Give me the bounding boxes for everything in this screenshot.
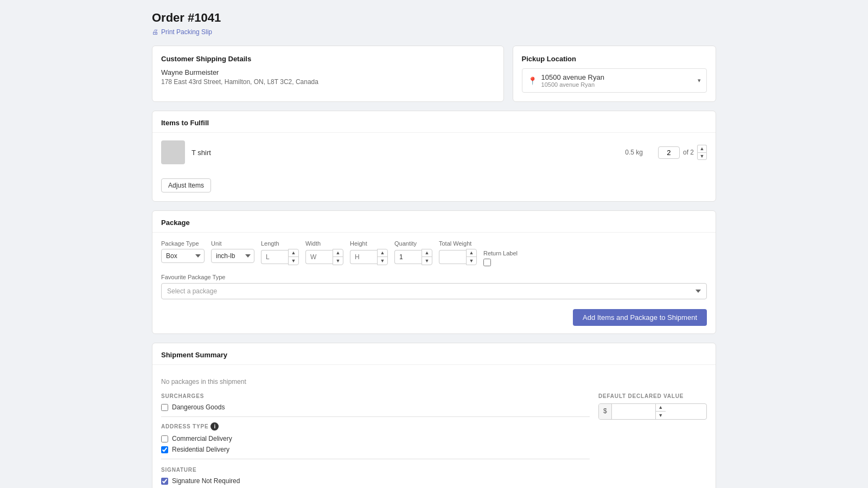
declared-increment-button[interactable]: ▲: [656, 404, 666, 412]
customer-section-title: Customer Shipping Details: [161, 55, 495, 63]
declared-value-field: $ ▲ ▼: [598, 403, 707, 420]
declared-decrement-button[interactable]: ▼: [656, 412, 666, 419]
item-quantity-of: of 2: [683, 149, 694, 156]
pickup-location-dropdown[interactable]: 📍 10500 avenue Ryan 10500 avenue Ryan ▾: [522, 68, 707, 93]
length-increment-button[interactable]: ▲: [289, 249, 298, 257]
unit-label: Unit: [211, 240, 254, 247]
signature-not-required-row: Signature Not Required: [161, 477, 590, 485]
package-quantity-input[interactable]: [394, 250, 422, 264]
pickup-section-title: Pickup Location: [522, 55, 707, 63]
chevron-down-icon: ▾: [698, 77, 701, 84]
surcharges-label: SURCHARGES: [161, 393, 590, 399]
item-name: T shirt: [192, 149, 618, 157]
total-weight-field: Total Weight ▲ ▼: [439, 240, 477, 265]
address-type-info-icon: i: [210, 422, 219, 431]
residential-delivery-checkbox[interactable]: [161, 446, 168, 453]
package-card: Package Package Type Box Unit inch-lb: [152, 210, 716, 334]
address-type-label: ADDRESS TYPE: [161, 423, 208, 429]
quantity-increment-button[interactable]: ▲: [697, 145, 707, 152]
pickup-location-main: 10500 avenue Ryan: [541, 73, 693, 81]
pickup-location-card: Pickup Location 📍 10500 avenue Ryan 1050…: [513, 46, 716, 102]
declared-value-spinners: ▲ ▼: [655, 404, 666, 419]
favourite-package-select[interactable]: Select a package: [161, 283, 707, 299]
return-label-field: Return Label: [483, 240, 518, 266]
item-thumbnail: [161, 140, 185, 164]
fav-package-label: Favourite Package Type: [161, 274, 707, 280]
width-input[interactable]: [305, 250, 333, 264]
items-to-fulfill-card: Items to Fulfill T shirt 0.5 kg of 2 ▲ ▼…: [152, 111, 716, 202]
declared-prefix: $: [599, 404, 612, 419]
add-items-package-button[interactable]: Add Items and Package to Shipment: [573, 309, 707, 326]
commercial-delivery-row: Commercial Delivery: [161, 435, 590, 442]
printer-icon: 🖨: [152, 28, 158, 36]
unit-select[interactable]: inch-lb: [211, 249, 254, 263]
print-packing-slip-link[interactable]: 🖨 Print Packing Slip: [152, 28, 716, 36]
residential-delivery-label: Residential Delivery: [172, 446, 229, 453]
signature-label: SIGNATURE: [161, 467, 590, 473]
height-input[interactable]: [350, 250, 377, 264]
signature-not-required-label: Signature Not Required: [172, 477, 240, 485]
location-pin-icon: 📍: [528, 76, 537, 85]
length-label: Length: [261, 240, 299, 247]
item-quantity-spinners: ▲ ▼: [697, 145, 707, 160]
package-quantity-label: Quantity: [394, 240, 432, 247]
package-type-label: Package Type: [161, 240, 205, 247]
shipment-summary-card: Shipment Summary No packages in this shi…: [152, 343, 716, 488]
shipment-summary-title: Shipment Summary: [152, 343, 716, 365]
favourite-package-row: Favourite Package Type Select a package: [161, 274, 707, 299]
address-type-row: ADDRESS TYPE i: [161, 422, 590, 431]
customer-address: 178 East 43rd Street, Hamilton, ON, L8T …: [161, 78, 495, 86]
customer-shipping-card: Customer Shipping Details Wayne Burmeist…: [152, 46, 504, 102]
quantity-decrement-button[interactable]: ▼: [697, 152, 707, 160]
package-section-title: Package: [152, 211, 716, 233]
return-label-label: Return Label: [483, 250, 518, 256]
width-decrement-button[interactable]: ▼: [333, 257, 343, 265]
residential-delivery-row: Residential Delivery: [161, 446, 590, 453]
height-field: Height ▲ ▼: [350, 240, 388, 265]
total-weight-label: Total Weight: [439, 240, 477, 247]
dangerous-goods-checkbox[interactable]: [161, 404, 168, 411]
width-increment-button[interactable]: ▲: [333, 249, 343, 257]
item-weight: 0.5 kg: [625, 149, 643, 156]
width-label: Width: [305, 240, 343, 247]
items-section-title: Items to Fulfill: [152, 111, 716, 133]
signature-not-required-checkbox[interactable]: [161, 478, 168, 485]
customer-name: Wayne Burmeister: [161, 68, 495, 76]
summary-left-panel: SURCHARGES Dangerous Goods ADDRESS TYPE …: [161, 393, 590, 488]
length-input[interactable]: [261, 250, 288, 264]
width-field: Width ▲ ▼: [305, 240, 343, 265]
pickup-location-sub: 10500 avenue Ryan: [541, 81, 693, 88]
order-title: Order #1041: [152, 11, 716, 25]
dangerous-goods-label: Dangerous Goods: [172, 403, 225, 411]
item-quantity-controls: of 2 ▲ ▼: [658, 145, 707, 160]
package-quantity-field: Quantity ▲ ▼: [394, 240, 432, 265]
total-weight-decrement-button[interactable]: ▼: [467, 257, 476, 265]
unit-field: Unit inch-lb: [211, 240, 254, 263]
package-type-select[interactable]: Box: [161, 249, 205, 263]
height-label: Height: [350, 240, 388, 247]
total-weight-increment-button[interactable]: ▲: [467, 249, 476, 257]
commercial-delivery-label: Commercial Delivery: [172, 435, 232, 442]
package-quantity-increment-button[interactable]: ▲: [422, 249, 432, 257]
no-packages-text: No packages in this shipment: [161, 373, 707, 393]
total-weight-input[interactable]: [439, 250, 466, 264]
height-decrement-button[interactable]: ▼: [378, 257, 387, 265]
return-label-checkbox[interactable]: [483, 259, 491, 266]
summary-right-panel: Default Declared Value $ ▲ ▼: [598, 393, 707, 488]
height-increment-button[interactable]: ▲: [378, 249, 387, 257]
commercial-delivery-checkbox[interactable]: [161, 435, 168, 442]
dangerous-goods-row: Dangerous Goods: [161, 403, 590, 411]
package-type-field: Package Type Box: [161, 240, 205, 263]
item-quantity-input[interactable]: [658, 146, 680, 159]
length-field: Length ▲ ▼: [261, 240, 299, 265]
item-row: T shirt 0.5 kg of 2 ▲ ▼: [161, 140, 707, 164]
length-decrement-button[interactable]: ▼: [289, 257, 298, 265]
declared-value-input[interactable]: [612, 404, 655, 419]
adjust-items-button[interactable]: Adjust Items: [161, 178, 211, 192]
package-quantity-decrement-button[interactable]: ▼: [422, 257, 432, 265]
default-declared-label: Default Declared Value: [598, 393, 707, 399]
